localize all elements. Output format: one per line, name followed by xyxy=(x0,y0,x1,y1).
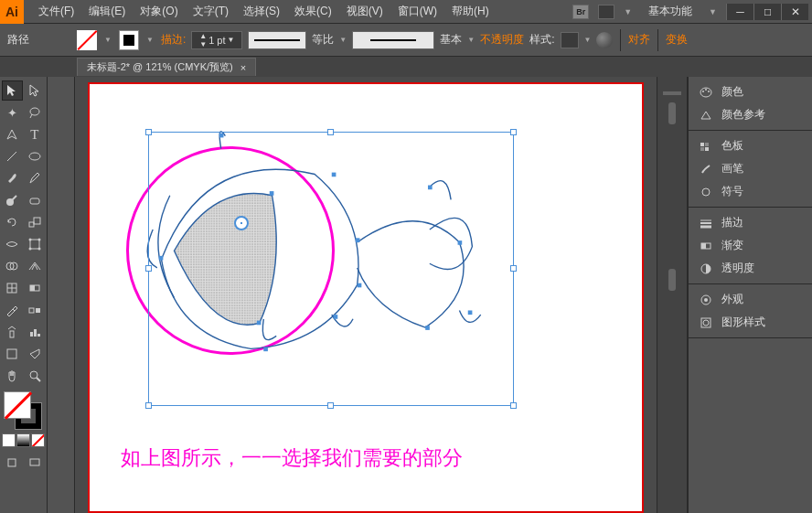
panel-stroke[interactable]: 描边 xyxy=(689,211,812,234)
blob-brush-tool[interactable] xyxy=(2,190,23,210)
svg-rect-4 xyxy=(30,198,39,204)
panel-color-guide[interactable]: 颜色参考 xyxy=(689,103,812,126)
column-graph-tool[interactable] xyxy=(25,322,46,342)
workspace-switcher[interactable]: 基本功能 xyxy=(641,4,700,19)
menu-edit[interactable]: 编辑(E) xyxy=(81,4,133,19)
menu-window[interactable]: 窗口(W) xyxy=(390,4,444,19)
line-tool[interactable] xyxy=(2,146,23,166)
scale-tool[interactable] xyxy=(25,212,46,232)
direct-selection-tool[interactable] xyxy=(25,80,45,101)
zoom-tool[interactable] xyxy=(25,366,46,386)
svg-rect-28 xyxy=(8,459,16,466)
handle-e[interactable] xyxy=(510,265,517,272)
selection-bounding-box[interactable] xyxy=(148,132,514,406)
handle-se[interactable] xyxy=(510,402,517,409)
menu-select[interactable]: 选择(S) xyxy=(236,4,287,19)
stroke-dropdown[interactable]: ▼ xyxy=(144,30,155,50)
mesh-tool[interactable] xyxy=(2,278,23,298)
handle-s[interactable] xyxy=(327,402,334,409)
handle-ne[interactable] xyxy=(510,129,517,135)
handle-w[interactable] xyxy=(145,265,152,272)
fill-swatch[interactable] xyxy=(77,30,97,50)
style-swatch[interactable] xyxy=(561,32,579,48)
panel-graphic-styles[interactable]: 图形样式 xyxy=(689,311,812,334)
selection-tool[interactable] xyxy=(2,80,23,101)
draw-mode[interactable] xyxy=(2,453,23,473)
pen-tool[interactable] xyxy=(2,124,23,144)
paintbrush-tool[interactable] xyxy=(2,168,23,188)
magic-wand-tool[interactable]: ✦ xyxy=(2,102,23,123)
svg-line-27 xyxy=(37,378,40,381)
panel-symbols[interactable]: 符号 xyxy=(689,180,812,203)
document-tab[interactable]: 未标题-2* @ 121% (CMYK/预览) × xyxy=(77,58,256,76)
transform-link[interactable]: 变换 xyxy=(666,32,688,48)
handle-nw[interactable] xyxy=(145,129,152,135)
handle-n[interactable] xyxy=(327,129,334,135)
panel-swatches[interactable]: 色板 xyxy=(689,134,812,157)
lasso-tool[interactable] xyxy=(25,102,46,123)
gradient-tool[interactable] xyxy=(25,278,46,298)
rotate-tool[interactable] xyxy=(2,212,23,232)
pencil-tool[interactable] xyxy=(25,168,46,188)
stroke-weight-input[interactable]: ▲▼ 1 pt ▼ xyxy=(191,31,242,49)
align-link[interactable]: 对齐 xyxy=(628,32,650,48)
hand-tool[interactable] xyxy=(2,366,23,386)
canvas-area[interactable]: 如上图所示，一一选择我们需要的部分 xyxy=(75,77,657,513)
fill-box[interactable] xyxy=(4,391,31,419)
svg-point-62 xyxy=(703,320,709,326)
none-mode[interactable] xyxy=(31,433,45,447)
artboard-tool[interactable] xyxy=(2,344,23,364)
opacity-link[interactable]: 不透明度 xyxy=(480,32,524,48)
menu-type[interactable]: 文字(T) xyxy=(186,4,236,19)
tab-close-icon[interactable]: × xyxy=(240,62,246,73)
tab-title: 未标题-2* @ 121% (CMYK/预览) xyxy=(87,60,233,74)
shape-builder-tool[interactable] xyxy=(2,256,23,276)
menu-view[interactable]: 视图(V) xyxy=(339,4,390,19)
stroke-label[interactable]: 描边: xyxy=(161,32,186,48)
slice-tool[interactable] xyxy=(25,344,46,364)
color-mode[interactable] xyxy=(2,433,16,447)
handle-sw[interactable] xyxy=(145,402,152,409)
panel-color[interactable]: 颜色 xyxy=(689,80,812,103)
svg-rect-19 xyxy=(29,308,34,313)
menu-object[interactable]: 对象(O) xyxy=(133,4,185,19)
perspective-grid-tool[interactable] xyxy=(25,256,46,276)
panel-appearance[interactable]: 外观 xyxy=(689,288,812,311)
free-transform-tool[interactable] xyxy=(25,234,46,254)
arrange-docs-icon[interactable] xyxy=(598,5,614,19)
collapsed-dock-right[interactable] xyxy=(657,77,688,513)
symbol-sprayer-tool[interactable] xyxy=(2,322,23,342)
minimize-button[interactable]: ─ xyxy=(726,4,753,20)
svg-rect-22 xyxy=(30,332,33,337)
panel-brushes[interactable]: 画笔 xyxy=(689,157,812,180)
eraser-tool[interactable] xyxy=(25,190,46,210)
maximize-button[interactable]: □ xyxy=(753,4,781,20)
fill-dropdown[interactable]: ▼ xyxy=(102,30,113,50)
brush-definition[interactable] xyxy=(352,31,434,49)
fill-stroke-control[interactable] xyxy=(2,391,46,430)
panel-transparency[interactable]: 透明度 xyxy=(689,257,812,280)
svg-rect-49 xyxy=(700,143,704,146)
screen-mode[interactable] xyxy=(25,453,46,473)
eyedropper-tool[interactable] xyxy=(2,300,23,320)
bridge-icon[interactable]: Br xyxy=(572,5,589,19)
swatches-icon xyxy=(698,139,714,154)
stroke-profile[interactable] xyxy=(248,31,306,49)
recolor-icon[interactable] xyxy=(596,32,613,48)
svg-rect-6 xyxy=(34,218,40,224)
close-button[interactable]: ✕ xyxy=(781,4,808,20)
ellipse-tool[interactable] xyxy=(25,146,46,166)
collapsed-dock-left[interactable] xyxy=(48,77,75,513)
type-tool[interactable]: T xyxy=(25,124,46,144)
width-tool[interactable] xyxy=(2,234,23,254)
svg-rect-5 xyxy=(29,222,34,227)
menu-help[interactable]: 帮助(H) xyxy=(444,4,497,19)
blend-tool[interactable] xyxy=(25,300,46,320)
menu-file[interactable]: 文件(F) xyxy=(31,4,81,19)
svg-point-48 xyxy=(708,91,710,92)
gradient-mode[interactable] xyxy=(16,433,30,447)
stroke-swatch[interactable] xyxy=(119,30,139,50)
menu-effect[interactable]: 效果(C) xyxy=(287,4,339,19)
document-tabbar: 未标题-2* @ 121% (CMYK/预览) × xyxy=(0,57,812,77)
panel-gradient[interactable]: 渐变 xyxy=(689,234,812,257)
